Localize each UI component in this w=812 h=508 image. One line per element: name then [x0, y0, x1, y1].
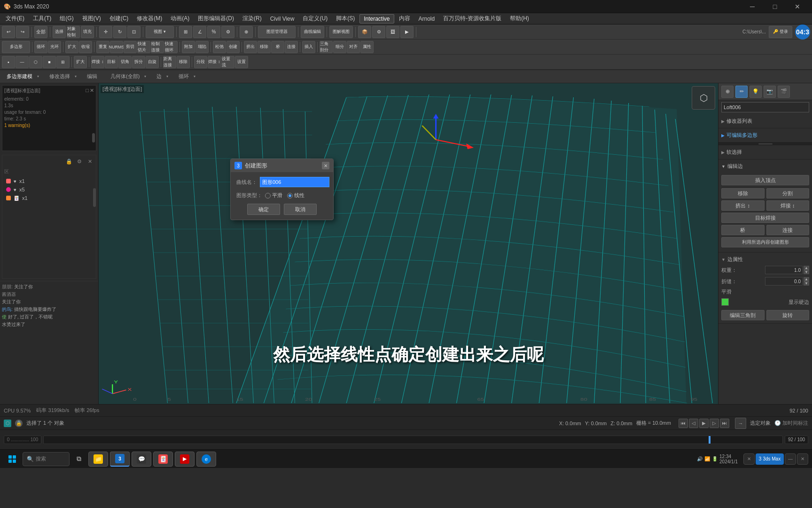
schematic-view-btn[interactable]: 图解视图: [329, 26, 353, 38]
quickslice-btn[interactable]: 快速切片: [137, 41, 150, 53]
lock-icon[interactable]: 🔒: [65, 157, 73, 166]
last-frame-btn[interactable]: ⏭: [720, 419, 729, 428]
menu-plugins[interactable]: 百万贝特-资源收集片版: [439, 14, 505, 24]
chamfer-btn[interactable]: 切角: [118, 56, 132, 68]
vertex-sub-btn[interactable]: •: [2, 56, 15, 68]
edit-label[interactable]: 编辑: [84, 72, 100, 81]
user-avatar[interactable]: 04:3: [795, 24, 810, 40]
taskbar-3dsmax[interactable]: 3: [110, 452, 130, 467]
dialog-title-bar[interactable]: 3 创建图形 ✕: [231, 159, 333, 172]
insert-vertex-btn[interactable]: 插入顶点: [721, 173, 809, 187]
divide-btn[interactable]: 细分: [333, 41, 346, 53]
edge-sub-btn[interactable]: —: [16, 56, 29, 68]
redo-button[interactable]: ↪: [16, 26, 29, 38]
quickloop-btn[interactable]: 快速循环: [164, 41, 178, 53]
tray-icon-2[interactable]: 📶: [704, 456, 710, 461]
menu-file[interactable]: 文件(E): [2, 14, 28, 24]
edit-tri-btn[interactable]: 编辑三角剖: [721, 310, 765, 320]
modifier-list-header[interactable]: ▶ 修改器列表: [721, 116, 809, 126]
render-frame-btn[interactable]: 🖼: [386, 26, 399, 38]
ref-coord-dropdown[interactable]: 视图 ▾: [146, 26, 174, 38]
task-close-btn-2[interactable]: ✕: [797, 453, 808, 465]
extrude-btn[interactable]: 挤出: [244, 41, 257, 53]
dialog-cancel-button[interactable]: 取消: [284, 204, 317, 215]
relax-btn[interactable]: 松弛: [213, 41, 226, 53]
ring-btn[interactable]: 光环: [48, 41, 61, 53]
select-all-button[interactable]: 全部: [34, 26, 47, 38]
layer-item-1[interactable]: ♥ x1: [4, 177, 94, 185]
menu-civil-view[interactable]: Civil View: [266, 15, 298, 23]
edge-weld-btn[interactable]: 焊接 ↕: [208, 56, 221, 68]
start-button[interactable]: [4, 452, 21, 467]
settings-icon[interactable]: ⚙: [75, 157, 84, 166]
rp-modify-tab[interactable]: ✏: [735, 86, 748, 98]
percent-snap-btn[interactable]: %: [207, 26, 220, 38]
rotate-btn[interactable]: ↻: [113, 26, 126, 38]
settings2-btn[interactable]: 设置: [235, 56, 248, 68]
tri-btn[interactable]: 三角剖分: [320, 41, 333, 53]
render-setup-btn[interactable]: ⚙: [372, 26, 385, 38]
taskbar-app5[interactable]: ▶: [175, 452, 195, 467]
menu-arnold[interactable]: Arnold: [415, 15, 439, 23]
minimize-button[interactable]: ─: [742, 0, 763, 13]
taskbar-app4[interactable]: 🃏: [153, 452, 173, 467]
quick-render-btn[interactable]: ▶: [400, 26, 414, 38]
weight-input[interactable]: [765, 266, 803, 274]
menu-modifier[interactable]: 修改器(M): [133, 14, 166, 24]
crease-input[interactable]: [765, 277, 803, 286]
timeline-thumb[interactable]: [709, 436, 710, 444]
cut-btn[interactable]: 剪切: [124, 41, 137, 53]
current-frame-display[interactable]: 92 / 100: [785, 436, 808, 444]
bridge-btn[interactable]: 桥: [271, 41, 284, 53]
properties-btn[interactable]: 属性: [360, 41, 374, 53]
edge-props-header[interactable]: ▼ 边属性: [721, 254, 809, 264]
turn-btn[interactable]: 旋转: [766, 310, 810, 320]
dist-connect-btn[interactable]: 距离连接: [163, 56, 176, 68]
material-editor-btn[interactable]: 📦: [358, 26, 371, 38]
view-cube[interactable]: ⬡: [692, 86, 715, 110]
log-pin[interactable]: □: [86, 87, 89, 94]
fill-btn[interactable]: 填充: [81, 26, 94, 38]
task-close-btn-1[interactable]: ✕: [743, 453, 755, 465]
prev-frame-btn[interactable]: ◁: [689, 419, 698, 428]
layer-item-3[interactable]: 🃏 x1: [4, 194, 94, 202]
target-weld-btn[interactable]: 目标焊接: [721, 213, 809, 223]
log-close[interactable]: ✕: [90, 87, 94, 94]
create-shape-btn[interactable]: 利用所选内容创建图形: [721, 237, 809, 247]
taskbar-search[interactable]: 🔍 搜索: [23, 452, 70, 466]
move-btn[interactable]: ✛: [99, 26, 112, 38]
viewport[interactable]: X Y Z 0 5 15 20 25 65 80 85 95 [透视][标准][…: [99, 83, 718, 404]
taskbar-file-explorer[interactable]: 📁: [88, 452, 108, 467]
bridge-edge-btn[interactable]: 桥: [721, 225, 765, 235]
close-button[interactable]: ✕: [787, 0, 808, 13]
attach-btn[interactable]: 附加: [182, 41, 195, 53]
menu-script[interactable]: 脚本(S): [332, 14, 359, 24]
spin-btn[interactable]: 自旋: [146, 56, 159, 68]
scale-btn[interactable]: ⊡: [127, 26, 141, 38]
edge-label[interactable]: 边: [154, 72, 164, 81]
draw-connect-btn[interactable]: 绘制连接: [151, 41, 164, 53]
select-btn[interactable]: 选择: [53, 26, 66, 38]
rp-motion-tab[interactable]: 📷: [764, 86, 776, 98]
repeat-last-btn[interactable]: 重复: [96, 41, 109, 53]
selected-obj-btn[interactable]: →: [735, 418, 746, 429]
split-edge-btn[interactable]: 分割: [766, 188, 810, 198]
soft-select-header[interactable]: ▶ 软选择: [721, 147, 809, 157]
extrude-edge-btn[interactable]: 挤出 ↕: [721, 200, 765, 211]
play-btn[interactable]: ▶: [699, 419, 709, 428]
multiface-btn[interactable]: 多边形: [2, 41, 30, 53]
geometry-label[interactable]: 几何体(全部): [108, 72, 142, 81]
create-btn[interactable]: 创建: [226, 41, 240, 53]
smooth-radio-label[interactable]: 平滑: [265, 192, 282, 199]
rp-hierarchy-tab[interactable]: 💡: [750, 86, 762, 98]
expand2-btn[interactable]: 扩大: [74, 56, 87, 68]
weld-btn[interactable]: 焊接 ↕: [91, 56, 104, 68]
spinner-snap-btn[interactable]: ⚙: [221, 26, 234, 38]
remove-edge-btn[interactable]: 移除: [721, 188, 765, 198]
menu-render[interactable]: 渲染(R): [239, 14, 265, 24]
menu-animation[interactable]: 动画(A): [167, 14, 193, 24]
edit-edges-header[interactable]: ▼ 编辑边: [721, 161, 809, 171]
timeline-track[interactable]: [43, 436, 783, 444]
subd-btn[interactable]: 分段: [194, 56, 207, 68]
layer-mgr-btn[interactable]: 图层管理器: [258, 26, 296, 38]
